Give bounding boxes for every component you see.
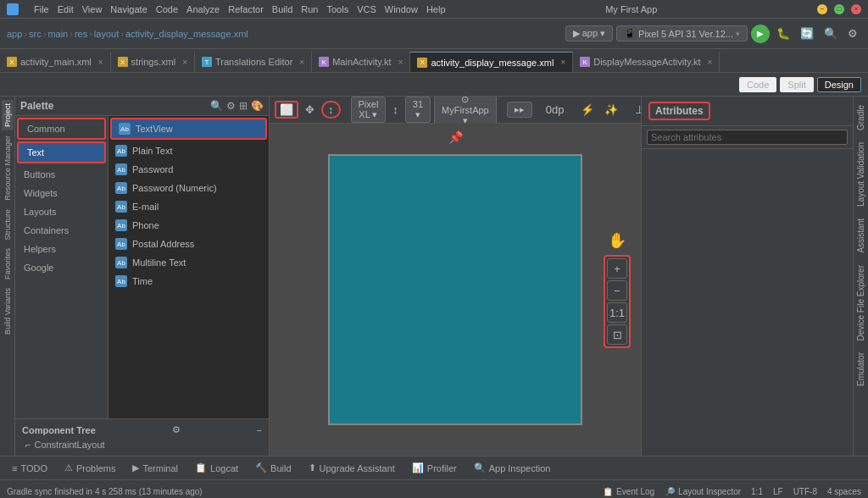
breadcrumb-res[interactable]: res bbox=[75, 29, 87, 39]
bottom-tab-app-inspection[interactable]: 🔍 App Inspection bbox=[469, 461, 556, 475]
menu-vcs[interactable]: VCS bbox=[357, 4, 376, 14]
split-view-button[interactable]: Split bbox=[780, 77, 813, 92]
design-toolbar-move[interactable]: ✥ bbox=[302, 102, 318, 118]
palette-settings-icon[interactable]: ⚙ bbox=[226, 100, 236, 112]
bottom-tab-terminal[interactable]: ▶ Terminal bbox=[127, 461, 183, 475]
tab-close-mainactivity[interactable]: × bbox=[398, 58, 403, 67]
menu-analyze[interactable]: Analyze bbox=[186, 4, 220, 14]
zoom-in-button[interactable]: + bbox=[607, 258, 627, 279]
design-toolbar-select[interactable]: ⬜ bbox=[275, 101, 298, 119]
zoom-fit-button[interactable]: ⊡ bbox=[607, 324, 627, 345]
bottom-tab-upgrade-assistant[interactable]: ⬆ Upgrade Assistant bbox=[303, 461, 400, 475]
search-everywhere-button[interactable]: 🔍 bbox=[821, 25, 841, 42]
sidebar-tab-assistant[interactable]: Assistant bbox=[854, 213, 867, 258]
palette-cat-containers[interactable]: Containers bbox=[15, 221, 108, 240]
tab-close-strings[interactable]: × bbox=[182, 58, 187, 67]
design-canvas[interactable]: 📌 ✋ + − 1:1 ⊡ bbox=[270, 124, 641, 456]
sidebar-tab-gradle[interactable]: Gradle bbox=[854, 100, 867, 136]
menu-code[interactable]: Code bbox=[156, 4, 178, 14]
bottom-tab-profiler[interactable]: 📊 Profiler bbox=[407, 461, 462, 475]
sidebar-tab-build-variants[interactable]: Build Variants bbox=[2, 285, 14, 338]
menu-help[interactable]: Help bbox=[426, 4, 446, 14]
bottom-tab-problems[interactable]: ⚠ Problems bbox=[59, 461, 120, 475]
palette-item-textview[interactable]: Ab TextView bbox=[110, 118, 267, 140]
palette-item-multiline[interactable]: Ab Multiline Text bbox=[108, 253, 269, 272]
menu-edit[interactable]: Edit bbox=[58, 4, 74, 14]
menu-navigate[interactable]: Navigate bbox=[110, 4, 147, 14]
zoom-ratio-button[interactable]: 1:1 bbox=[607, 302, 627, 323]
run-button[interactable]: ▶ bbox=[751, 25, 770, 43]
breadcrumb-app[interactable]: app bbox=[7, 29, 22, 39]
palette-item-password[interactable]: Ab Password bbox=[108, 160, 269, 179]
sidebar-tab-project[interactable]: Project bbox=[2, 100, 14, 130]
sidebar-tab-emulator[interactable]: Emulator bbox=[854, 347, 867, 391]
palette-cat-widgets[interactable]: Widgets bbox=[15, 184, 108, 202]
line-info[interactable]: 1:1 bbox=[751, 487, 763, 496]
comp-tree-minus-icon[interactable]: − bbox=[257, 425, 262, 435]
palette-item-email[interactable]: Ab E-mail bbox=[108, 197, 269, 216]
offset-input[interactable]: 0dp bbox=[542, 102, 568, 118]
palette-cat-helpers[interactable]: Helpers bbox=[15, 240, 108, 258]
zoom-out-button[interactable]: − bbox=[607, 280, 627, 301]
tab-activity-main[interactable]: X activity_main.xml × bbox=[0, 52, 111, 72]
magic-wand-icon[interactable]: ✨ bbox=[601, 102, 621, 118]
bottom-tab-build[interactable]: 🔨 Build bbox=[250, 461, 296, 475]
code-view-button[interactable]: Code bbox=[739, 77, 776, 92]
palette-item-phone[interactable]: Ab Phone bbox=[108, 216, 269, 235]
menu-file[interactable]: File bbox=[34, 4, 49, 14]
menu-refactor[interactable]: Refactor bbox=[228, 4, 264, 14]
palette-filter-icon[interactable]: 🎨 bbox=[251, 100, 264, 112]
palette-item-postal[interactable]: Ab Postal Address bbox=[108, 235, 269, 253]
menu-window[interactable]: Window bbox=[385, 4, 418, 14]
menu-view[interactable]: View bbox=[82, 4, 103, 14]
sidebar-tab-structure[interactable]: Structure bbox=[2, 206, 14, 244]
breadcrumb-src[interactable]: src bbox=[29, 29, 42, 39]
comp-tree-constraintlayout[interactable]: ⌐ ConstraintLayout bbox=[19, 437, 265, 452]
palette-cat-common[interactable]: Common bbox=[17, 118, 106, 140]
breadcrumb-layout[interactable]: layout bbox=[94, 29, 119, 39]
attributes-search-input[interactable] bbox=[647, 130, 848, 145]
menu-run[interactable]: Run bbox=[301, 4, 318, 14]
tab-activity-display[interactable]: X activity_display_message.xml × bbox=[410, 52, 573, 72]
app-dropdown[interactable]: ▶ app ▾ bbox=[565, 25, 613, 42]
maximize-button[interactable]: □ bbox=[834, 4, 844, 14]
breadcrumb-file[interactable]: activity_display_message.xml bbox=[125, 29, 248, 39]
device-size-dropdown[interactable]: Pixel XL ▾ bbox=[351, 97, 387, 123]
baseline-icon[interactable]: ⊥ bbox=[632, 102, 641, 118]
encoding[interactable]: UTF-8 bbox=[793, 487, 817, 496]
menu-build[interactable]: Build bbox=[272, 4, 292, 14]
palette-item-plaintext[interactable]: Ab Plain Text bbox=[108, 141, 269, 160]
palette-search-icon[interactable]: 🔍 bbox=[210, 100, 223, 112]
constraint-icon[interactable]: ⚡ bbox=[577, 102, 598, 118]
tab-close-displaymessage[interactable]: × bbox=[708, 58, 713, 67]
sidebar-tab-resource-manager[interactable]: Resource Manager bbox=[2, 132, 14, 204]
palette-cat-layouts[interactable]: Layouts bbox=[15, 202, 108, 221]
bottom-tab-logcat[interactable]: 📋 Logcat bbox=[190, 461, 243, 475]
line-ending[interactable]: LF bbox=[773, 487, 783, 496]
event-log-button[interactable]: 📋 Event Log bbox=[603, 487, 654, 496]
settings-button[interactable]: ⚙ bbox=[844, 25, 861, 42]
bottom-tab-todo[interactable]: ≡ TODO bbox=[7, 462, 53, 475]
api-dropdown[interactable]: 31 ▾ bbox=[405, 97, 431, 123]
sidebar-tab-layout-validation[interactable]: Layout Validation bbox=[854, 137, 867, 212]
locale-dropdown[interactable]: ▸▸ bbox=[507, 102, 532, 118]
tab-close-activity-main[interactable]: × bbox=[98, 58, 103, 67]
comp-tree-settings-icon[interactable]: ⚙ bbox=[172, 424, 181, 435]
device-dropdown[interactable]: 📱 Pixel 5 API 31 Ver.12... ▾ bbox=[616, 25, 748, 42]
tab-mainactivity[interactable]: K MainActivity.kt × bbox=[312, 52, 410, 72]
orient-icon[interactable]: ↕ bbox=[389, 102, 402, 118]
palette-mode-icon[interactable]: ⊞ bbox=[239, 100, 248, 112]
minimize-button[interactable]: − bbox=[817, 4, 827, 14]
palette-cat-google[interactable]: Google bbox=[15, 258, 108, 277]
tab-displaymessage[interactable]: K DisplayMessageActivity.kt × bbox=[573, 52, 720, 72]
tab-translations[interactable]: T Translations Editor × bbox=[195, 52, 312, 72]
palette-cat-text[interactable]: Text bbox=[17, 141, 106, 163]
hand-tool[interactable]: ✋ bbox=[608, 231, 626, 250]
palette-item-time[interactable]: Ab Time bbox=[108, 272, 269, 290]
layout-inspector-button[interactable]: 🔎 Layout Inspector bbox=[665, 487, 741, 496]
tab-close-translations[interactable]: × bbox=[299, 58, 304, 67]
palette-item-password-numeric[interactable]: Ab Password (Numeric) bbox=[108, 179, 269, 197]
tab-close-activity-display[interactable]: × bbox=[560, 58, 565, 67]
close-button[interactable]: × bbox=[851, 4, 861, 14]
menu-tools[interactable]: Tools bbox=[326, 4, 348, 14]
